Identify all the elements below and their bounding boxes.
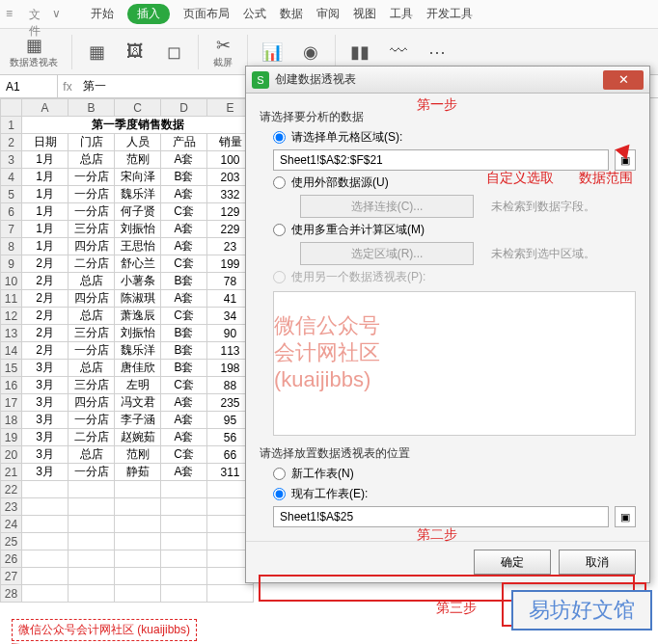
col-header[interactable]: A xyxy=(22,99,69,117)
menu-tools[interactable]: 工具 xyxy=(390,6,413,22)
row-header[interactable]: 10 xyxy=(1,273,22,290)
row-header[interactable]: 3 xyxy=(1,151,22,169)
data-cell[interactable]: 一分店 xyxy=(69,342,115,360)
data-cell[interactable]: 总店 xyxy=(69,446,115,464)
data-cell[interactable]: 1月 xyxy=(22,186,69,203)
table-row[interactable]: 81月四分店王思怡A套23 xyxy=(1,238,254,255)
data-cell[interactable]: 1月 xyxy=(22,221,69,238)
data-cell[interactable]: 李子涵 xyxy=(115,412,161,429)
menu-start[interactable]: 开始 xyxy=(91,6,114,22)
data-cell[interactable]: B套 xyxy=(161,360,207,377)
row-header[interactable]: 15 xyxy=(1,360,22,377)
menu-icon-prev[interactable]: ≡ xyxy=(6,7,21,22)
ribbon-shapes[interactable]: ◻ xyxy=(159,41,188,63)
row-header[interactable]: 9 xyxy=(1,255,22,273)
row-header[interactable]: 26 xyxy=(1,550,22,568)
table-row[interactable]: 213月一分店静茹A套311 xyxy=(1,464,254,481)
data-cell[interactable]: A套 xyxy=(161,151,207,169)
radio-cursheet[interactable]: 现有工作表(E): xyxy=(273,486,636,502)
data-cell[interactable]: 1月 xyxy=(22,203,69,221)
radio-external-input[interactable] xyxy=(273,176,286,189)
data-cell[interactable]: A套 xyxy=(161,464,207,481)
data-cell[interactable]: 陈淑琪 xyxy=(115,290,161,308)
table-row[interactable]: 41月一分店宋向泽B套203 xyxy=(1,169,254,186)
radio-range-input[interactable] xyxy=(273,131,286,144)
data-cell[interactable]: 2月 xyxy=(22,325,69,342)
dialog-titlebar[interactable]: S 创建数据透视表 ✕ xyxy=(246,67,649,94)
spreadsheet[interactable]: A B C D E 1第一季度销售数据2日期门店人员产品销量31月总店范刚A套1… xyxy=(0,98,254,603)
row-header[interactable]: 8 xyxy=(1,238,22,255)
row-header[interactable]: 1 xyxy=(1,117,22,134)
data-cell[interactable]: C套 xyxy=(161,255,207,273)
ribbon-col[interactable]: ▮▮ xyxy=(345,41,374,63)
data-cell[interactable]: 一分店 xyxy=(69,186,115,203)
row-header[interactable]: 25 xyxy=(1,533,22,550)
data-cell[interactable]: 3月 xyxy=(22,464,69,481)
data-cell[interactable]: 魏乐洋 xyxy=(115,342,161,360)
col-header[interactable]: B xyxy=(69,99,115,117)
header-cell[interactable]: 日期 xyxy=(22,134,69,151)
data-cell[interactable]: A套 xyxy=(161,429,207,446)
data-cell[interactable]: 2月 xyxy=(22,255,69,273)
row-header[interactable]: 24 xyxy=(1,516,22,533)
radio-external[interactable]: 使用外部数据源(U) xyxy=(273,174,636,191)
row-header[interactable]: 21 xyxy=(1,464,22,481)
row-header[interactable]: 16 xyxy=(1,377,22,394)
data-cell[interactable]: A套 xyxy=(161,221,207,238)
data-cell[interactable]: A套 xyxy=(161,394,207,412)
fx-icon[interactable]: fx xyxy=(58,80,77,94)
data-cell[interactable]: 魏乐洋 xyxy=(115,186,161,203)
menu-icon-more[interactable]: ∨ xyxy=(52,7,68,22)
data-cell[interactable]: 四分店 xyxy=(69,238,115,255)
data-cell[interactable]: 三分店 xyxy=(69,325,115,342)
data-cell[interactable]: 3月 xyxy=(22,377,69,394)
data-cell[interactable]: 总店 xyxy=(69,151,115,169)
row-header[interactable]: 22 xyxy=(1,481,22,498)
table-row[interactable]: 183月一分店李子涵A套95 xyxy=(1,412,254,429)
ribbon-pic[interactable]: 🖼 xyxy=(121,41,150,63)
row-header[interactable]: 19 xyxy=(1,429,22,446)
menu-insert[interactable]: 插入 xyxy=(127,4,170,24)
data-cell[interactable]: 2月 xyxy=(22,290,69,308)
location-input[interactable] xyxy=(273,506,609,527)
header-cell[interactable]: 产品 xyxy=(161,134,207,151)
data-cell[interactable]: A套 xyxy=(161,186,207,203)
ribbon-screenshot[interactable]: ✂ 截屏 xyxy=(208,35,237,69)
table-row[interactable]: 142月一分店魏乐洋B套113 xyxy=(1,342,254,360)
menu-layout[interactable]: 页面布局 xyxy=(183,6,230,22)
row-header[interactable]: 2 xyxy=(1,134,22,151)
data-cell[interactable]: B套 xyxy=(161,342,207,360)
location-picker-button[interactable]: ▣ xyxy=(615,506,636,527)
row-header[interactable]: 13 xyxy=(1,325,22,342)
data-cell[interactable]: 2月 xyxy=(22,308,69,325)
table-row[interactable]: 71月三分店刘振怡A套229 xyxy=(1,221,254,238)
ribbon-pivot[interactable]: ▦ 数据透视表 xyxy=(6,35,62,69)
data-cell[interactable]: 唐佳欣 xyxy=(115,360,161,377)
radio-multi[interactable]: 使用多重合并计算区域(M) xyxy=(273,222,636,238)
row-header[interactable]: 12 xyxy=(1,308,22,325)
data-cell[interactable]: C套 xyxy=(161,377,207,394)
data-cell[interactable]: 3月 xyxy=(22,429,69,446)
row-header[interactable]: 5 xyxy=(1,186,22,203)
row-header[interactable]: 18 xyxy=(1,412,22,429)
menu-review[interactable]: 审阅 xyxy=(316,6,340,22)
data-cell[interactable]: 王思怡 xyxy=(115,238,161,255)
radio-newsheet[interactable]: 新工作表(N) xyxy=(273,466,636,482)
data-cell[interactable]: 2月 xyxy=(22,273,69,290)
data-cell[interactable]: 何子贤 xyxy=(115,203,161,221)
data-cell[interactable]: 宋向泽 xyxy=(115,169,161,186)
corner-cell[interactable] xyxy=(1,99,22,117)
row-header[interactable]: 11 xyxy=(1,290,22,308)
data-cell[interactable]: 总店 xyxy=(69,308,115,325)
ok-button[interactable]: 确定 xyxy=(474,550,551,575)
data-cell[interactable]: A套 xyxy=(161,290,207,308)
data-cell[interactable]: 3月 xyxy=(22,446,69,464)
data-cell[interactable]: 1月 xyxy=(22,151,69,169)
row-header[interactable]: 20 xyxy=(1,446,22,464)
radio-range[interactable]: 请选择单元格区域(S): xyxy=(273,129,636,146)
menu-icon-file[interactable]: 文件 xyxy=(29,7,44,22)
data-cell[interactable]: 三分店 xyxy=(69,377,115,394)
row-header[interactable]: 6 xyxy=(1,203,22,221)
title-cell[interactable]: 第一季度销售数据 xyxy=(22,117,254,134)
data-cell[interactable]: 2月 xyxy=(22,342,69,360)
